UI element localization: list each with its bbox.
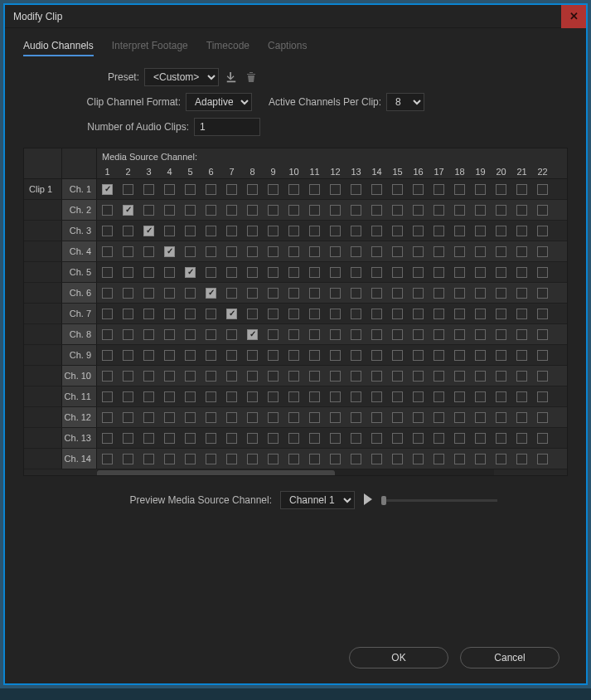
channel-checkbox[interactable] (102, 454, 113, 464)
channel-checkbox[interactable] (516, 184, 527, 195)
channel-checkbox[interactable] (351, 412, 361, 423)
channel-checkbox[interactable] (123, 350, 133, 361)
channel-checkbox[interactable] (123, 391, 133, 402)
channel-checkbox[interactable] (537, 288, 548, 299)
channel-checkbox[interactable] (475, 329, 486, 340)
channel-checkbox[interactable] (164, 226, 175, 236)
channel-checkbox[interactable] (123, 412, 133, 423)
play-icon[interactable] (363, 493, 373, 508)
channel-checkbox[interactable] (206, 226, 216, 236)
channel-checkbox[interactable] (454, 391, 465, 402)
channel-checkbox[interactable] (434, 433, 444, 444)
channel-checkbox[interactable] (413, 309, 424, 319)
channel-checkbox[interactable] (351, 309, 361, 319)
channel-checkbox[interactable] (226, 329, 237, 340)
channel-checkbox[interactable] (371, 454, 382, 464)
channel-checkbox[interactable] (143, 184, 154, 195)
channel-checkbox[interactable] (330, 267, 341, 278)
channel-checkbox[interactable] (185, 246, 196, 257)
channel-checkbox[interactable] (226, 184, 237, 195)
channel-checkbox[interactable] (475, 391, 486, 402)
channel-checkbox[interactable] (516, 412, 527, 423)
channel-checkbox[interactable] (185, 288, 196, 299)
channel-checkbox[interactable] (454, 412, 465, 423)
channel-checkbox[interactable] (102, 350, 113, 361)
channel-checkbox[interactable] (206, 454, 216, 464)
channel-checkbox[interactable] (185, 205, 196, 216)
channel-checkbox[interactable] (351, 433, 361, 444)
preview-channel-select[interactable]: Channel 1 (280, 491, 355, 509)
channel-checkbox[interactable] (516, 329, 527, 340)
channel-checkbox[interactable] (434, 391, 444, 402)
channel-checkbox[interactable] (496, 309, 506, 319)
channel-checkbox[interactable] (371, 288, 382, 299)
channel-checkbox[interactable] (392, 288, 403, 299)
channel-checkbox[interactable] (330, 184, 341, 195)
channel-checkbox[interactable] (268, 205, 279, 216)
channel-checkbox[interactable] (143, 246, 154, 257)
channel-checkbox[interactable] (143, 309, 154, 319)
channel-checkbox[interactable] (537, 205, 548, 216)
channel-checkbox[interactable] (516, 433, 527, 444)
channel-checkbox[interactable] (434, 205, 444, 216)
channel-checkbox[interactable] (309, 205, 320, 216)
channel-checkbox[interactable] (247, 350, 258, 361)
channel-checkbox[interactable] (496, 454, 506, 464)
channel-checkbox[interactable] (516, 454, 527, 464)
channel-checkbox[interactable] (288, 329, 299, 340)
channel-checkbox[interactable] (413, 184, 424, 195)
channel-checkbox[interactable] (309, 433, 320, 444)
channel-checkbox[interactable] (413, 288, 424, 299)
channel-checkbox[interactable] (206, 433, 216, 444)
channel-checkbox[interactable] (496, 433, 506, 444)
channel-checkbox[interactable] (392, 226, 403, 236)
channel-checkbox[interactable] (454, 226, 465, 236)
channel-checkbox[interactable] (206, 267, 216, 278)
channel-checkbox[interactable] (309, 267, 320, 278)
channel-checkbox[interactable] (143, 433, 154, 444)
channel-checkbox[interactable] (454, 433, 465, 444)
channel-checkbox[interactable] (434, 412, 444, 423)
channel-checkbox[interactable] (371, 309, 382, 319)
channel-checkbox[interactable] (226, 246, 237, 257)
channel-checkbox[interactable] (185, 371, 196, 382)
channel-checkbox[interactable] (537, 309, 548, 319)
channel-checkbox[interactable] (268, 329, 279, 340)
channel-checkbox[interactable] (309, 412, 320, 423)
channel-checkbox[interactable] (496, 267, 506, 278)
channel-checkbox[interactable] (288, 454, 299, 464)
channel-checkbox[interactable] (102, 288, 113, 299)
channel-checkbox[interactable] (247, 184, 258, 195)
channel-checkbox[interactable] (434, 246, 444, 257)
channel-checkbox[interactable] (206, 309, 216, 319)
channel-checkbox[interactable] (206, 391, 216, 402)
channel-checkbox[interactable] (351, 329, 361, 340)
channel-checkbox[interactable] (392, 205, 403, 216)
channel-checkbox[interactable] (351, 205, 361, 216)
channel-checkbox[interactable] (185, 454, 196, 464)
channel-checkbox[interactable] (143, 350, 154, 361)
channel-checkbox[interactable] (226, 309, 237, 319)
channel-checkbox[interactable] (102, 329, 113, 340)
channel-checkbox[interactable] (371, 391, 382, 402)
channel-checkbox[interactable] (143, 412, 154, 423)
close-button[interactable]: ✕ (561, 5, 586, 28)
channel-checkbox[interactable] (413, 246, 424, 257)
channel-checkbox[interactable] (330, 205, 341, 216)
channel-checkbox[interactable] (496, 412, 506, 423)
channel-checkbox[interactable] (288, 288, 299, 299)
channel-checkbox[interactable] (309, 371, 320, 382)
channel-checkbox[interactable] (516, 205, 527, 216)
channel-checkbox[interactable] (226, 226, 237, 236)
channel-checkbox[interactable] (185, 329, 196, 340)
channel-checkbox[interactable] (475, 184, 486, 195)
channel-checkbox[interactable] (164, 184, 175, 195)
channel-checkbox[interactable] (164, 246, 175, 257)
channel-checkbox[interactable] (516, 226, 527, 236)
channel-checkbox[interactable] (351, 371, 361, 382)
channel-checkbox[interactable] (185, 309, 196, 319)
channel-checkbox[interactable] (413, 205, 424, 216)
channel-checkbox[interactable] (537, 412, 548, 423)
channel-checkbox[interactable] (226, 454, 237, 464)
channel-checkbox[interactable] (268, 267, 279, 278)
